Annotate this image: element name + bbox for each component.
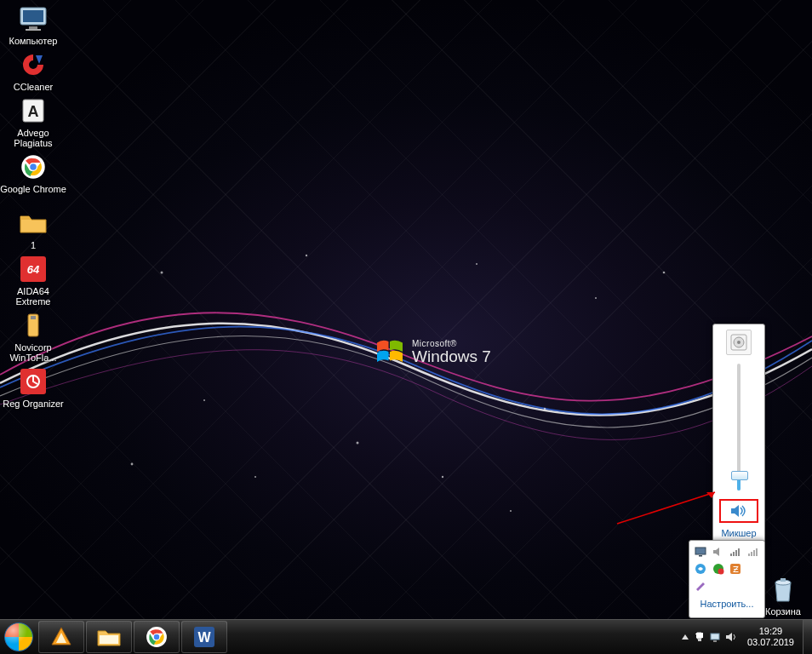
svg-rect-15 (26, 29, 41, 31)
wintoflash-icon (18, 310, 49, 341)
desktop-icon-recycle-bin[interactable]: Корзина (758, 574, 809, 617)
svg-point-6 (595, 297, 597, 299)
ccleaner-icon (18, 49, 49, 80)
desktop-icon-computer[interactable]: Компьютер (0, 3, 66, 46)
taskbar: W 19:29 03.07.2019 (0, 619, 812, 654)
desktop-icon-folder1[interactable]: 1 (0, 208, 66, 250)
svg-rect-59 (698, 638, 701, 641)
tray-item-app2[interactable] (711, 561, 727, 577)
folder-icon (18, 208, 49, 238)
desktop-icon-novicorp[interactable]: Novicorp WinToFla... (0, 310, 66, 363)
taskbar-app-chrome[interactable] (134, 621, 180, 653)
desktop-icon-regorg[interactable]: Reg Organizer (0, 366, 66, 409)
tray-overflow-panel: Ƶ Настроить... (689, 540, 765, 618)
svg-point-2 (306, 255, 307, 256)
tray-item-app1[interactable] (693, 561, 709, 577)
windows-orb-icon (4, 622, 33, 651)
svg-rect-41 (756, 548, 758, 556)
svg-rect-14 (29, 26, 37, 29)
svg-rect-38 (748, 554, 750, 556)
svg-rect-36 (735, 550, 737, 556)
volume-device-icon[interactable] (726, 330, 752, 355)
volume-mixer-link[interactable]: Микшер (721, 528, 756, 538)
regorganizer-icon (18, 366, 49, 397)
taskbar-clock[interactable]: 19:29 03.07.2019 (739, 626, 803, 648)
svg-point-5 (544, 408, 546, 410)
svg-rect-24 (31, 316, 36, 319)
svg-rect-37 (738, 548, 740, 556)
desktop[interactable]: Microsoft® Windows 7 Компьютер CCleaner … (0, 0, 812, 620)
annotation-arrow (613, 485, 723, 528)
tray-item-app3[interactable]: Ƶ (728, 561, 744, 577)
icon-label: Novicorp WinToFla... (0, 342, 66, 363)
tray-configure-link[interactable]: Настроить... (693, 599, 761, 609)
svg-rect-39 (751, 552, 752, 556)
clock-time: 19:29 (747, 626, 794, 637)
desktop-icon-aida64[interactable]: 64 AIDA64 Extreme (0, 254, 66, 307)
volume-flyout: Микшер (712, 324, 765, 542)
aida64-icon: 64 (18, 254, 49, 284)
svg-text:A: A (28, 103, 39, 120)
icon-label: CCleaner (0, 82, 66, 92)
computer-icon (18, 3, 49, 34)
wallpaper-logo: Microsoft® Windows 7 (375, 336, 491, 367)
svg-point-8 (254, 476, 256, 478)
system-tray: 19:29 03.07.2019 (678, 620, 812, 654)
svg-text:Ƶ: Ƶ (733, 565, 739, 574)
show-desktop-button[interactable] (803, 620, 812, 654)
tray-action-center-icon[interactable] (693, 620, 708, 654)
svg-rect-61 (713, 640, 717, 642)
recycle-bin-icon (768, 574, 798, 605)
svg-rect-58 (696, 633, 703, 638)
svg-rect-34 (730, 554, 732, 556)
clock-date: 03.07.2019 (747, 637, 794, 648)
svg-point-31 (737, 341, 741, 344)
wallpaper-wave (0, 0, 812, 620)
icon-label: Компьютер (0, 36, 66, 46)
chrome-icon (18, 152, 49, 182)
svg-point-4 (476, 263, 477, 265)
svg-rect-60 (711, 634, 719, 640)
svg-point-9 (442, 476, 443, 478)
icon-label: Google Chrome (0, 184, 66, 194)
desktop-icon-advego[interactable]: A Advego Plagiatus (0, 95, 66, 148)
svg-point-0 (161, 272, 163, 274)
tray-item-network[interactable] (728, 544, 744, 559)
desktop-icon-ccleaner[interactable]: CCleaner (0, 49, 66, 92)
volume-thumb[interactable] (731, 471, 748, 480)
taskbar-app-word[interactable]: W (181, 621, 227, 653)
icon-label: Корзина (758, 606, 809, 617)
svg-point-11 (663, 272, 666, 274)
tray-item-monitor[interactable] (693, 544, 709, 559)
wallpaper-brand-large: Windows 7 (412, 348, 491, 364)
tray-item-app4[interactable] (693, 578, 709, 594)
svg-point-1 (203, 399, 205, 401)
tray-item-signal[interactable] (746, 544, 762, 559)
svg-line-47 (617, 492, 715, 524)
speaker-icon (730, 504, 747, 518)
icon-label: AIDA64 Extreme (0, 286, 66, 307)
start-button[interactable] (0, 620, 37, 654)
svg-point-44 (718, 569, 723, 575)
svg-point-10 (510, 510, 512, 512)
taskbar-app-explorer[interactable] (86, 621, 132, 653)
svg-rect-40 (753, 550, 755, 556)
volume-mute-button[interactable] (719, 499, 758, 523)
svg-marker-57 (682, 634, 689, 640)
desktop-icon-chrome[interactable]: Google Chrome (0, 152, 66, 194)
svg-rect-32 (695, 548, 706, 554)
svg-point-7 (131, 463, 134, 466)
volume-slider[interactable] (737, 364, 741, 490)
tray-item-volume[interactable] (711, 544, 727, 559)
svg-text:64: 64 (27, 263, 40, 276)
tray-volume-icon[interactable] (723, 620, 739, 654)
icon-label: Advego Plagiatus (0, 128, 66, 148)
taskbar-app-aimp[interactable] (38, 621, 84, 653)
svg-text:W: W (197, 630, 211, 645)
tray-network-icon[interactable] (708, 620, 723, 654)
icon-label: Reg Organizer (0, 399, 66, 409)
svg-rect-28 (781, 578, 786, 582)
tray-overflow-button[interactable] (678, 620, 693, 654)
svg-rect-35 (733, 552, 735, 556)
advego-icon: A (18, 95, 49, 126)
